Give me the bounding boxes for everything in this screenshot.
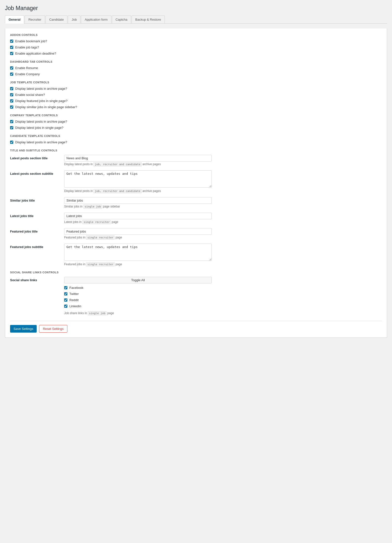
- checkbox-enable-job-tags: Enable job tags?: [10, 45, 382, 49]
- checkbox-enable-company: Enable Company: [10, 72, 382, 76]
- latest-posts-section-title-label: Latest posts section title: [10, 155, 64, 160]
- latest-posts-section-title-row: Latest posts section title Display lates…: [10, 155, 382, 166]
- checkbox-enable-bookmark-job-label: Enable bookmark job?: [15, 39, 47, 43]
- checkbox-enable-job-tags-input[interactable]: [10, 46, 13, 49]
- similar-jobs-title-label: Similar jobs title: [10, 197, 64, 202]
- checkbox-enable-social-share: Enable social share?: [10, 93, 382, 97]
- footer-buttons: Save Settings Reset Settings: [10, 321, 382, 333]
- latest-jobs-title-desc: Latest jobs in single recruiter page: [64, 220, 212, 224]
- checkbox-job-display-latest-posts-label: Display latest posts in archive page?: [15, 87, 67, 90]
- checkbox-reddit-input[interactable]: [64, 298, 67, 302]
- featured-jobs-subtitle-row: Featured jobs subtitle Get the latest ne…: [10, 244, 382, 266]
- latest-posts-section-subtitle-row: Latest posts section subtitle Get the la…: [10, 170, 382, 193]
- featured-jobs-title-row: Featured jobs title Featured jobs in sin…: [10, 228, 382, 239]
- checkbox-display-featured-jobs-single-label: Display featured jobs in single page?: [15, 99, 67, 103]
- checkbox-job-display-latest-posts-input[interactable]: [10, 87, 13, 90]
- checkbox-enable-job-tags-label: Enable job tags?: [15, 45, 39, 49]
- featured-jobs-subtitle-desc: Featured jobs in single recruiter page: [64, 263, 212, 266]
- checkbox-twitter-label: Twitter: [69, 292, 79, 296]
- featured-jobs-title-label: Featured jobs title: [10, 228, 64, 233]
- latest-posts-section-title-field: Display latest posts in job, recruiter a…: [64, 155, 212, 166]
- latest-jobs-title-row: Latest jobs title Latest jobs in single …: [10, 213, 382, 224]
- checkbox-display-similar-jobs-sidebar-input[interactable]: [10, 105, 13, 109]
- latest-jobs-title-label: Latest jobs title: [10, 213, 64, 218]
- checkbox-reddit: Reddit: [64, 298, 212, 302]
- checkbox-linkedin-input[interactable]: [64, 305, 67, 308]
- tab-general[interactable]: General: [5, 15, 24, 24]
- checkbox-company-display-latest-posts: Display latest posts in archive page?: [10, 120, 382, 123]
- similar-jobs-title-row: Similar jobs title Similar jobs in singl…: [10, 197, 382, 208]
- similar-jobs-title-field: Similar jobs in single job page sidebar: [64, 197, 212, 208]
- tab-backup-restore[interactable]: Backup & Restore: [132, 15, 165, 23]
- section-company-template-controls: COMPANY TEMPLATE CONTROLS: [10, 114, 382, 117]
- checkbox-enable-bookmark-job: Enable bookmark job?: [10, 39, 382, 43]
- featured-jobs-title-input[interactable]: [64, 228, 212, 235]
- featured-jobs-title-desc: Featured jobs in single recruiter page: [64, 236, 212, 239]
- checkbox-enable-resume-label: Enable Resume: [15, 66, 38, 70]
- checkbox-enable-company-input[interactable]: [10, 73, 13, 76]
- checkbox-enable-bookmark-job-input[interactable]: [10, 40, 13, 43]
- social-share-links-label: Social share links: [10, 277, 64, 282]
- checkbox-display-similar-jobs-sidebar: Display simillar jobs in single page sid…: [10, 105, 382, 109]
- checkbox-twitter: Twitter: [64, 292, 212, 296]
- checkbox-linkedin-label: Linkedin: [69, 304, 81, 308]
- featured-jobs-subtitle-label: Featured jobs subtitle: [10, 244, 64, 249]
- social-share-links-field: Toggle All Facebook Twitter Reddit Linke…: [64, 277, 212, 315]
- tab-job[interactable]: Job: [68, 15, 80, 23]
- toggle-all-button[interactable]: Toggle All: [64, 277, 212, 283]
- checkbox-enable-application-deadline: Enable application deadline?: [10, 52, 382, 55]
- latest-posts-section-subtitle-label: Latest posts section subtitle: [10, 170, 64, 176]
- featured-jobs-subtitle-input[interactable]: Get the latest news, updates and tips: [64, 244, 212, 261]
- checkbox-job-display-latest-posts: Display latest posts in archive page?: [10, 87, 382, 90]
- reset-settings-button[interactable]: Reset Settings: [39, 325, 67, 333]
- checkbox-reddit-label: Reddit: [69, 298, 79, 302]
- social-share-links-desc: Job share links in single job page: [64, 311, 212, 315]
- tab-captcha[interactable]: Captcha: [112, 15, 131, 23]
- checkbox-enable-application-deadline-input[interactable]: [10, 52, 13, 55]
- checkbox-candidate-display-latest-posts-input[interactable]: [10, 141, 13, 144]
- section-social-share-controls: SOCIAL SHARE LINKS CONTROLS: [10, 271, 382, 274]
- social-links-container: Toggle All Facebook Twitter Reddit Linke…: [64, 277, 212, 315]
- tab-bar: General Recruiter Candidate Job Applicat…: [5, 15, 387, 24]
- checkbox-facebook-label: Facebook: [69, 286, 83, 290]
- checkbox-display-featured-jobs-single: Display featured jobs in single page?: [10, 99, 382, 103]
- section-candidate-template-controls: CANDIDATE TEMPLATE CONTROLS: [10, 134, 382, 137]
- section-addon-controls: ADDON CONTROLS: [10, 33, 382, 36]
- similar-jobs-title-desc: Similar jobs in single job page sidebar: [64, 205, 212, 208]
- checkbox-twitter-input[interactable]: [64, 292, 67, 295]
- checkbox-display-similar-jobs-sidebar-label: Display simillar jobs in single page sid…: [15, 105, 77, 109]
- social-share-links-row: Social share links Toggle All Facebook T…: [10, 277, 382, 315]
- section-dashboard-tab-controls: DASHBOARD TAB CONTROLS: [10, 60, 382, 63]
- checkbox-linkedin: Linkedin: [64, 304, 212, 308]
- section-job-template-controls: JOB TEMPLATE CONTROLS: [10, 81, 382, 84]
- latest-posts-section-title-input[interactable]: [64, 155, 212, 161]
- latest-posts-section-title-desc: Display latest posts in job, recruiter a…: [64, 162, 212, 166]
- checkbox-company-display-latest-jobs-single-label: Display latest jobs in single page?: [15, 126, 63, 130]
- checkbox-enable-application-deadline-label: Enable application deadline?: [15, 52, 56, 55]
- latest-posts-section-subtitle-field: Get the latest news, updates and tips Di…: [64, 170, 212, 193]
- checkbox-enable-social-share-input[interactable]: [10, 93, 13, 96]
- tab-application-form[interactable]: Application form: [81, 15, 111, 23]
- latest-posts-section-subtitle-desc: Display latest posts in job, recruiter a…: [64, 189, 212, 193]
- checkbox-candidate-display-latest-posts-label: Display latest posts in archive page?: [15, 140, 67, 144]
- checkbox-facebook-input[interactable]: [64, 286, 67, 289]
- checkbox-company-display-latest-posts-label: Display latest posts in archive page?: [15, 120, 67, 123]
- tab-candidate[interactable]: Candidate: [45, 15, 67, 23]
- tab-recruiter[interactable]: Recruiter: [25, 15, 45, 23]
- checkbox-company-display-latest-jobs-single-input[interactable]: [10, 126, 13, 129]
- checkbox-enable-resume-input[interactable]: [10, 66, 13, 70]
- featured-jobs-subtitle-field: Get the latest news, updates and tips Fe…: [64, 244, 212, 266]
- checkbox-company-display-latest-jobs-single: Display latest jobs in single page?: [10, 126, 382, 130]
- checkbox-facebook: Facebook: [64, 286, 212, 290]
- featured-jobs-title-field: Featured jobs in single recruiter page: [64, 228, 212, 239]
- checkbox-display-featured-jobs-single-input[interactable]: [10, 99, 13, 103]
- latest-jobs-title-input[interactable]: [64, 213, 212, 219]
- checkbox-candidate-display-latest-posts: Display latest posts in archive page?: [10, 140, 382, 144]
- checkbox-company-display-latest-posts-input[interactable]: [10, 120, 13, 123]
- page-title: Job Manager: [5, 5, 387, 12]
- checkbox-enable-company-label: Enable Company: [15, 72, 40, 76]
- save-settings-button[interactable]: Save Settings: [10, 325, 37, 333]
- latest-posts-section-subtitle-input[interactable]: Get the latest news, updates and tips: [64, 170, 212, 188]
- main-content: ADDON CONTROLS Enable bookmark job? Enab…: [5, 29, 387, 338]
- similar-jobs-title-input[interactable]: [64, 197, 212, 204]
